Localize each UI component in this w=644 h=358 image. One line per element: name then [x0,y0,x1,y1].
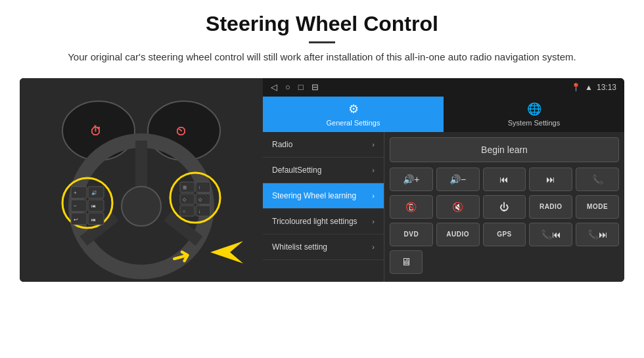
svg-rect-15 [88,200,104,212]
volume-up-button[interactable]: 🔊+ [390,168,433,191]
svg-text:🔊: 🔊 [91,190,97,196]
page-title: Steering Wheel Control [26,12,618,36]
menu-whitelist-label: Whitelist setting [272,242,372,252]
header-description: Your original car's steering wheel contr… [26,50,618,65]
mute-icon: 🔇 [452,202,463,212]
chevron-right-icon: › [372,192,375,200]
svg-text:☰: ☰ [183,185,187,190]
svg-text:○: ○ [183,209,185,213]
main-content: ⏱ ⏲ + − ↩ 🔊 [0,78,644,282]
head-unit: ◁ ○ □ ⊟ 📍 ▲ 13:13 ⚙ General Settings 🌐 S… [263,78,624,282]
menu-default-label: DefaultSetting [272,166,372,175]
mute-button[interactable]: 🔇 [436,195,480,219]
unit-content: Radio › DefaultSetting › Steering Wheel … [263,132,624,282]
globe-icon: 🌐 [527,102,541,116]
svg-text:⏲: ⏲ [175,125,187,138]
phone-prev-button[interactable]: 📞⏮ [529,223,572,246]
menu-steering-label: Steering Wheel learning [272,191,372,200]
menu-tricoloured-label: Tricoloured light settings [272,217,372,226]
location-icon: 📍 [571,83,581,92]
chevron-right-icon: › [372,166,375,174]
control-row-4: 🖥 [390,250,619,274]
hang-up-icon: 📵 [405,202,417,212]
mode-button[interactable]: MODE [576,195,619,219]
menu-item-whitelist[interactable]: Whitelist setting › [263,235,384,260]
control-row-2: 📵 🔇 ⏻ RADIO MODE [390,195,619,219]
prev-track-icon: ⏮ [499,174,509,185]
menu-item-tricoloured[interactable]: Tricoloured light settings › [263,209,384,235]
hang-up-button[interactable]: 📵 [390,195,433,219]
time-display: 13:13 [597,83,616,92]
chevron-right-icon: › [372,243,375,251]
call-button[interactable]: 📞 [576,168,619,191]
next-track-button[interactable]: ⏭ [529,168,572,191]
svg-text:↓: ↓ [198,209,201,213]
tab-bar: ⚙ General Settings 🌐 System Settings [263,97,624,132]
next-track-icon: ⏭ [546,174,555,185]
control-row-3: DVD AUDIO GPS 📞⏮ 📞⏭ [390,223,619,246]
svg-text:+: + [74,190,77,196]
page-header: Steering Wheel Control Your original car… [0,0,644,72]
begin-learn-button[interactable]: Begin learn [390,137,619,162]
svg-text:⏱: ⏱ [90,125,102,138]
status-bar: ◁ ○ □ ⊟ 📍 ▲ 13:13 [263,78,624,97]
svg-text:−: − [74,203,77,209]
volume-up-icon: 🔊+ [403,174,419,185]
svg-text:↩: ↩ [74,217,78,223]
power-icon: ⏻ [499,202,509,212]
menu-item-radio[interactable]: Radio › [263,132,384,158]
audio-label: AUDIO [446,231,469,238]
menu-item-default-setting[interactable]: DefaultSetting › [263,158,384,183]
menu-icon[interactable]: ⊟ [311,82,319,92]
chevron-right-icon: › [372,141,375,148]
svg-point-9 [122,187,161,226]
header-divider [309,41,335,43]
dvd-label: DVD [404,231,419,238]
phone-next-button[interactable]: 📞⏭ [576,223,619,246]
volume-down-icon: 🔊− [449,174,466,185]
gear-icon: ⚙ [348,102,359,116]
phone-prev-icon: 📞⏮ [541,229,561,240]
phone-icon: 📞 [592,174,603,185]
recent-icon[interactable]: □ [298,82,304,92]
screen-button[interactable]: 🖥 [390,250,423,274]
back-icon[interactable]: ◁ [271,82,277,92]
menu-radio-label: Radio [272,140,372,149]
power-button[interactable]: ⏻ [483,195,526,219]
prev-track-button[interactable]: ⏮ [483,168,526,191]
phone-next-icon: 📞⏭ [587,229,608,240]
tab-general-label: General Settings [327,119,380,127]
svg-text:⏭: ⏭ [91,217,96,222]
begin-learn-row: Begin learn [390,137,619,162]
home-icon[interactable]: ○ [285,82,290,92]
status-bar-nav-icons: ◁ ○ □ ⊟ [271,82,319,92]
svg-rect-16 [88,213,104,225]
dvd-button[interactable]: DVD [390,223,433,246]
gps-label: GPS [497,231,512,238]
steering-wheel-bg: ⏱ ⏲ + − ↩ 🔊 [20,78,263,282]
gps-button[interactable]: GPS [483,223,526,246]
screen-icon: 🖥 [401,256,411,268]
radio-button[interactable]: RADIO [529,195,572,219]
svg-text:⏮: ⏮ [91,204,96,208]
menu-item-steering-wheel[interactable]: Steering Wheel learning › [263,183,384,209]
chevron-right-icon: › [372,217,375,225]
tab-general-settings[interactable]: ⚙ General Settings [263,97,444,132]
radio-label: RADIO [540,203,563,210]
tab-system-label: System Settings [508,119,560,127]
menu-list: Radio › DefaultSetting › Steering Wheel … [263,132,384,282]
wifi-icon: ▲ [585,83,593,92]
tab-system-settings[interactable]: 🌐 System Settings [444,97,624,132]
mode-label: MODE [587,203,608,210]
svg-text:↑: ↑ [198,185,201,190]
audio-button[interactable]: AUDIO [436,223,480,246]
control-row-1: 🔊+ 🔊− ⏮ ⏭ 📞 [390,168,619,191]
control-panel: Begin learn 🔊+ 🔊− ⏮ ⏭ [384,132,624,282]
status-bar-info: 📍 ▲ 13:13 [571,83,616,92]
steering-wheel-svg: ⏱ ⏲ + − ↩ 🔊 [20,78,263,282]
volume-down-button[interactable]: 🔊− [436,168,480,191]
steering-wheel-image: ⏱ ⏲ + − ↩ 🔊 [20,78,263,282]
